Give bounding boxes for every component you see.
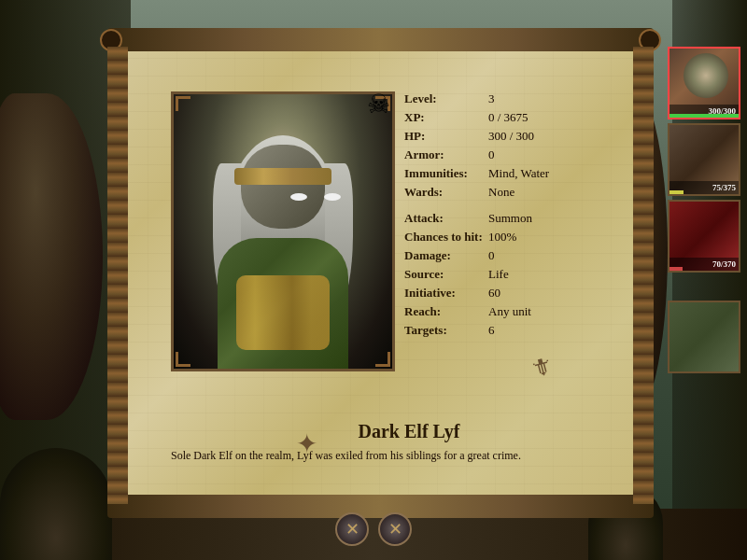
combat-stats: Attack:SummonChances to hit:100%Damage:0… bbox=[404, 211, 647, 338]
unit-1-hp-fill bbox=[669, 114, 739, 118]
elf-figure bbox=[208, 126, 358, 369]
stat-value: Summon bbox=[488, 211, 532, 226]
basic-stats: Level:3XP:0 / 3675HP:300 / 300Armor:0Imm… bbox=[404, 91, 647, 200]
unit-1-hp-bar: 300/300 bbox=[669, 105, 739, 118]
unit-3-hp-fill bbox=[669, 267, 683, 271]
elf-headband bbox=[234, 168, 331, 185]
elf-body bbox=[218, 238, 348, 369]
scroll-content: ☠ bbox=[120, 49, 637, 501]
stat-label: Targets: bbox=[404, 323, 488, 338]
dagger-decoration: 🗡 bbox=[528, 351, 556, 382]
stat-label: XP: bbox=[404, 110, 488, 125]
character-info: Dark Elf Lyf Sole Dark Elf on the realm,… bbox=[171, 421, 647, 464]
stats-panel: Level:3XP:0 / 3675HP:300 / 300Armor:0Imm… bbox=[404, 91, 647, 342]
stat-value: 0 bbox=[488, 147, 495, 162]
bottom-geo-decoration: ✦ bbox=[283, 425, 330, 462]
stat-row: Armor:0 bbox=[404, 147, 647, 162]
stat-value: Mind, Water bbox=[488, 166, 549, 181]
unit-2-hp-text: 75/375 bbox=[712, 183, 736, 192]
side-portraits-panel: 300/300 75/375 70/370 bbox=[668, 47, 747, 377]
stat-row: Attack:Summon bbox=[404, 211, 647, 226]
stat-row: Damage:0 bbox=[404, 248, 647, 263]
stat-value: 0 / 3675 bbox=[488, 110, 529, 125]
border-left-ornament bbox=[107, 47, 128, 504]
scroll-container: ☠ bbox=[89, 19, 672, 527]
stat-row: XP:0 / 3675 bbox=[404, 110, 647, 125]
character-description: Sole Dark Elf on the realm, Lyf was exil… bbox=[171, 448, 647, 464]
stat-label: Chances to hit: bbox=[404, 230, 488, 245]
unit-portrait-3[interactable]: 70/370 bbox=[668, 200, 740, 273]
elf-armor-detail bbox=[236, 275, 330, 350]
stat-label: Damage: bbox=[404, 248, 488, 263]
scroll-top-rod bbox=[107, 28, 654, 51]
stat-row: Source:Life bbox=[404, 267, 647, 282]
stat-label: Source: bbox=[404, 267, 488, 282]
unit-3-hp-bar: 70/370 bbox=[669, 258, 739, 271]
stat-value: 300 / 300 bbox=[488, 129, 534, 144]
close-button-2[interactable]: ✕ bbox=[378, 512, 412, 546]
stat-value: 0 bbox=[488, 248, 495, 263]
stat-value: 3 bbox=[488, 91, 495, 106]
stat-label: Reach: bbox=[404, 304, 488, 319]
stat-row: Reach:Any unit bbox=[404, 304, 647, 319]
portrait-corner-bl bbox=[176, 352, 190, 367]
elf-eye-right bbox=[324, 193, 341, 201]
stat-row: HP:300 / 300 bbox=[404, 129, 647, 144]
stat-row: Wards:None bbox=[404, 185, 647, 200]
unit-portrait-1[interactable]: 300/300 bbox=[668, 47, 740, 119]
stat-row: Chances to hit:100% bbox=[404, 230, 647, 245]
unit-2-hp-bar: 75/375 bbox=[669, 181, 739, 194]
stat-value: Life bbox=[488, 267, 509, 282]
elf-eyes bbox=[283, 193, 348, 203]
parchment: ☠ bbox=[117, 47, 640, 504]
unit-portrait-4[interactable] bbox=[668, 301, 740, 373]
portrait-inner bbox=[174, 94, 392, 369]
stat-value: 100% bbox=[488, 230, 516, 245]
stat-row: Targets:6 bbox=[404, 323, 647, 338]
stat-label: Initiative: bbox=[404, 286, 488, 301]
stat-value: 6 bbox=[488, 323, 495, 338]
stat-value: Any unit bbox=[488, 304, 531, 319]
unit-4-image bbox=[669, 302, 739, 371]
stat-label: HP: bbox=[404, 129, 488, 144]
close-button-1[interactable]: ✕ bbox=[335, 512, 369, 546]
unit-3-hp-text: 70/370 bbox=[712, 259, 736, 269]
character-name: Dark Elf Lyf bbox=[171, 421, 647, 442]
stat-label: Immunities: bbox=[404, 166, 488, 181]
stat-row: Initiative:60 bbox=[404, 286, 647, 301]
stat-label: Armor: bbox=[404, 147, 488, 162]
stat-row: Immunities:Mind, Water bbox=[404, 166, 647, 181]
stat-label: Wards: bbox=[404, 185, 488, 200]
unit-portrait-2[interactable]: 75/375 bbox=[668, 123, 740, 196]
unit-2-hp-fill bbox=[669, 190, 684, 194]
stat-value: 60 bbox=[488, 286, 500, 301]
elf-head bbox=[241, 145, 325, 229]
stat-label: Attack: bbox=[404, 211, 488, 226]
stat-value: None bbox=[488, 185, 514, 200]
elf-eye-left bbox=[290, 193, 307, 201]
skull-decoration: ☠ bbox=[359, 85, 397, 122]
bottom-buttons: ✕ ✕ bbox=[335, 512, 412, 546]
stat-row: Level:3 bbox=[404, 91, 647, 106]
portrait-corner-br bbox=[375, 352, 390, 367]
portrait-corner-tl bbox=[176, 96, 190, 111]
character-portrait bbox=[171, 91, 395, 371]
border-right-ornament bbox=[633, 47, 654, 504]
stat-label: Level: bbox=[404, 91, 488, 106]
